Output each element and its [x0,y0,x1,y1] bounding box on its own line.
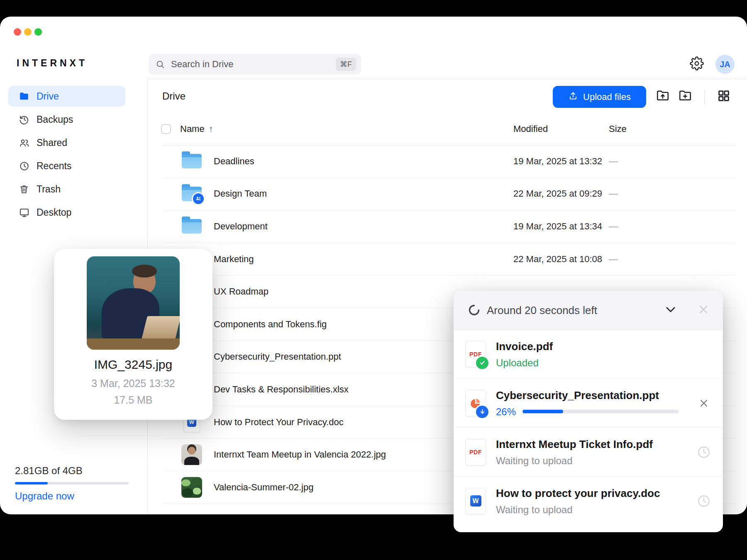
header-divider [148,79,747,79]
waiting-clock-icon [696,494,711,509]
sidebar-item-trash[interactable]: Trash [8,179,125,200]
upload-icon [568,91,578,103]
upload-progress-fill [522,410,563,414]
waiting-clock-icon [696,445,711,460]
table-row[interactable]: Marketing22 Mar, 2025 at 10:08— [162,243,735,276]
storage-progress-fill [15,482,48,485]
pdf-file-icon: PDF [465,341,486,368]
column-header-size[interactable]: Size [609,124,627,134]
file-name: Internxt Team Meetup in Valencia 2022.jp… [214,449,386,460]
upload-files-label: Upload files [583,92,631,102]
upload-status-label: Waiting to upload [496,504,573,515]
table-row[interactable]: Deadlines19 Mar, 2025 at 13:32— [162,145,735,178]
file-name: How to Protect Your Privacy.doc [214,417,344,428]
upload-toast-body: PDFInvoice.pdfUploadedCybersecurity_Pres… [454,330,723,532]
uploaded-check-badge [475,355,490,370]
sidebar-item-label: Desktop [37,207,71,218]
upload-item-status: Waiting to upload [496,504,679,515]
file-name: Marketing [214,254,254,265]
storage-progress-bar [15,482,129,485]
sidebar-item-label: Trash [37,184,61,195]
select-all-checkbox[interactable] [161,124,171,134]
table-row[interactable]: Development19 Mar, 2025 at 13:34— [162,210,735,243]
photo-leaves-icon [181,477,203,498]
sidebar-item-backups[interactable]: Backups [8,109,125,130]
zoom-window-button[interactable] [34,28,42,36]
file-preview-card: IMG_3245.jpg 3 Mar, 2025 13:32 17.5 MB [54,249,212,420]
storage-usage-label: 2.81GB of 4GB [15,465,131,477]
gear-icon [690,56,704,72]
sidebar-history-icon [18,114,30,125]
file-name: Dev Tasks & Responsibilities.xlsx [214,384,349,395]
upload-item: WHow to protect your privacy.docWaiting … [454,477,723,525]
file-modified: 22 Mar, 2025 at 10:08 [513,254,602,265]
sidebar-trash-icon [18,183,30,195]
upload-item-name: Invoice.pdf [496,340,679,353]
sidebar-item-recents[interactable]: Recents [8,156,125,176]
sidebar-people-icon [18,137,30,149]
upgrade-now-link[interactable]: Upgrade now [15,490,131,502]
close-icon [697,303,710,318]
folder-icon [181,183,203,205]
file-size: — [609,188,618,199]
column-header-modified[interactable]: Modified [513,124,548,134]
search-icon [155,59,165,69]
upload-files-button[interactable]: Upload files [553,86,646,108]
cancel-upload-button[interactable] [696,396,711,411]
close-window-button[interactable] [14,28,21,36]
storage-widget: 2.81GB of 4GB Upgrade now [15,465,131,502]
pdf-file-icon: PDF [465,439,486,465]
file-name: Deadlines [214,156,254,167]
avatar[interactable]: JA [715,55,735,74]
preview-date: 3 Mar, 2025 13:32 [54,377,212,390]
file-name: Design Team [214,188,267,199]
sidebar-item-desktop[interactable]: Desktop [8,202,125,223]
file-name: Valencia-Summer-02.jpg [214,482,313,493]
spinner-icon [468,304,481,317]
file-size: — [609,221,618,232]
file-name: UX Roadmap [214,286,269,297]
sidebar-item-shared[interactable]: Shared [8,132,125,153]
doc-file-icon: W [465,488,486,514]
upload-folder-button[interactable] [655,89,671,105]
page-title: Drive [162,90,186,102]
sidebar-item-label: Shared [37,137,67,149]
sidebar-clock-icon [18,160,30,172]
search-input[interactable] [170,58,336,70]
ppt-file-icon [465,390,486,416]
upload-item-status: Waiting to upload [496,455,679,466]
file-name: Development [214,221,268,232]
grid-view-button[interactable] [716,89,732,105]
close-toast-button[interactable] [696,303,711,318]
file-name: Components and Tokens.fig [214,319,327,330]
photo-portrait-icon [181,444,203,465]
preview-thumbnail [87,256,180,350]
file-name: Cybersecurity_Presentation.ppt [214,351,341,362]
sidebar-item-label: Drive [37,91,59,102]
minimize-window-button[interactable] [24,28,32,36]
folder-upload-icon [655,88,670,105]
preview-filename: IMG_3245.jpg [54,358,212,372]
upload-item-name: Cybersecurity_Presentation.ppt [496,389,679,402]
search-bar[interactable]: ⌘F [149,54,361,75]
collapse-toast-button[interactable] [663,303,678,318]
internxt-logo: INTERNXT [17,58,88,69]
settings-button[interactable] [689,56,705,72]
sidebar-nav: DriveBackupsSharedRecentsTrashDesktop [8,86,125,225]
sidebar-monitor-icon [18,207,30,218]
sidebar-item-drive[interactable]: Drive [8,86,125,107]
table-row[interactable]: Design Team22 Mar, 2025 at 09:29— [162,178,735,211]
upload-toast: Around 20 seconds left PDFInvoice.pdfUpl… [454,291,723,532]
traffic-lights [14,28,42,36]
file-size: — [609,254,618,265]
new-folder-button[interactable] [677,89,693,105]
toolbar-separator [704,90,705,105]
shared-folder-badge [192,192,205,205]
upload-status-label: Waiting to upload [496,455,573,466]
sidebar-folder-icon [18,90,30,102]
upload-item: PDFInternxt Meetup Ticket Info.pdfWaitin… [454,428,723,477]
sidebar-item-label: Recents [37,161,71,172]
column-header-name[interactable]: Name↑ [180,124,213,134]
grid-view-icon [717,89,731,105]
folder-icon [181,216,203,237]
